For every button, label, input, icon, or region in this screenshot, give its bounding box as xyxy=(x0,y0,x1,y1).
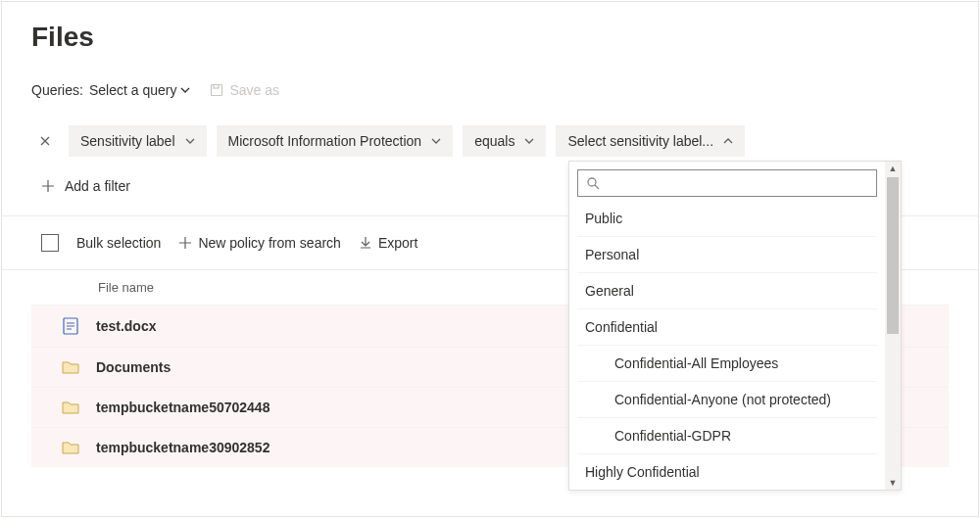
filter-operator-pill[interactable]: equals xyxy=(463,125,546,157)
export-button[interactable]: Export xyxy=(359,235,417,251)
filter-field-label: Sensitivity label xyxy=(80,133,175,149)
filter-value-label: Select sensitivity label... xyxy=(567,133,713,149)
bulk-select-checkbox[interactable] xyxy=(41,234,59,252)
svg-rect-1 xyxy=(214,85,219,89)
dropdown-scrollbar[interactable]: ▲ ▼ xyxy=(885,162,901,490)
page-title: Files xyxy=(31,22,949,53)
plus-icon xyxy=(178,236,192,250)
file-name: Documents xyxy=(96,359,171,375)
save-as-label: Save as xyxy=(229,82,279,98)
search-icon xyxy=(586,176,600,190)
svg-point-3 xyxy=(588,178,596,186)
queries-label: Queries: xyxy=(31,82,83,98)
save-icon xyxy=(210,83,223,97)
chevron-down-icon xyxy=(431,136,441,146)
dropdown-item[interactable]: Public xyxy=(577,201,877,236)
folder-icon xyxy=(61,400,80,415)
scroll-thumb[interactable] xyxy=(887,177,899,334)
plus-icon xyxy=(41,179,55,193)
remove-filter-button[interactable] xyxy=(31,129,59,153)
export-label: Export xyxy=(378,235,417,251)
close-icon xyxy=(39,135,51,147)
bulk-selection-label: Bulk selection xyxy=(76,235,161,251)
download-icon xyxy=(359,236,372,250)
dropdown-item[interactable]: Confidential-GDPR xyxy=(577,417,877,453)
dropdown-item[interactable]: Highly Confidential xyxy=(577,453,877,490)
file-name: tempbucketname30902852 xyxy=(96,440,270,455)
folder-icon xyxy=(61,440,80,455)
chevron-down-icon xyxy=(180,85,190,95)
dropdown-search[interactable] xyxy=(577,169,877,197)
folder-icon xyxy=(61,359,80,375)
svg-rect-0 xyxy=(212,85,222,96)
dropdown-item[interactable]: Personal xyxy=(577,236,877,272)
filter-provider-pill[interactable]: Microsoft Information Protection xyxy=(217,125,454,157)
new-policy-label: New policy from search xyxy=(198,235,341,251)
dropdown-item[interactable]: Confidential xyxy=(577,308,877,345)
dropdown-item[interactable]: General xyxy=(577,272,877,308)
dropdown-search-input[interactable] xyxy=(600,174,868,192)
filter-field-pill[interactable]: Sensitivity label xyxy=(69,125,207,157)
file-name: tempbucketname50702448 xyxy=(96,400,270,415)
scroll-down-arrow[interactable]: ▼ xyxy=(885,476,901,490)
chevron-up-icon xyxy=(723,136,733,146)
new-policy-button[interactable]: New policy from search xyxy=(178,235,341,251)
select-query-label: Select a query xyxy=(89,82,177,98)
scroll-up-arrow[interactable]: ▲ xyxy=(885,162,901,175)
filter-value-pill[interactable]: Select sensitivity label... xyxy=(556,125,745,157)
select-query-dropdown[interactable]: Select a query xyxy=(89,82,191,98)
chevron-down-icon xyxy=(185,136,195,146)
dropdown-item[interactable]: Confidential-Anyone (not protected) xyxy=(577,381,877,417)
filter-provider-label: Microsoft Information Protection xyxy=(228,133,422,149)
save-as-button: Save as xyxy=(210,82,279,98)
file-name: test.docx xyxy=(96,318,156,334)
add-filter-label: Add a filter xyxy=(65,178,130,194)
dropdown-item[interactable]: Confidential-All Employees xyxy=(577,345,877,381)
chevron-down-icon xyxy=(524,136,534,146)
document-icon xyxy=(61,317,80,335)
filter-operator-label: equals xyxy=(474,133,514,149)
sensitivity-label-dropdown: PublicPersonalGeneralConfidentialConfide… xyxy=(568,161,902,491)
bulk-selection-button[interactable]: Bulk selection xyxy=(76,235,161,251)
